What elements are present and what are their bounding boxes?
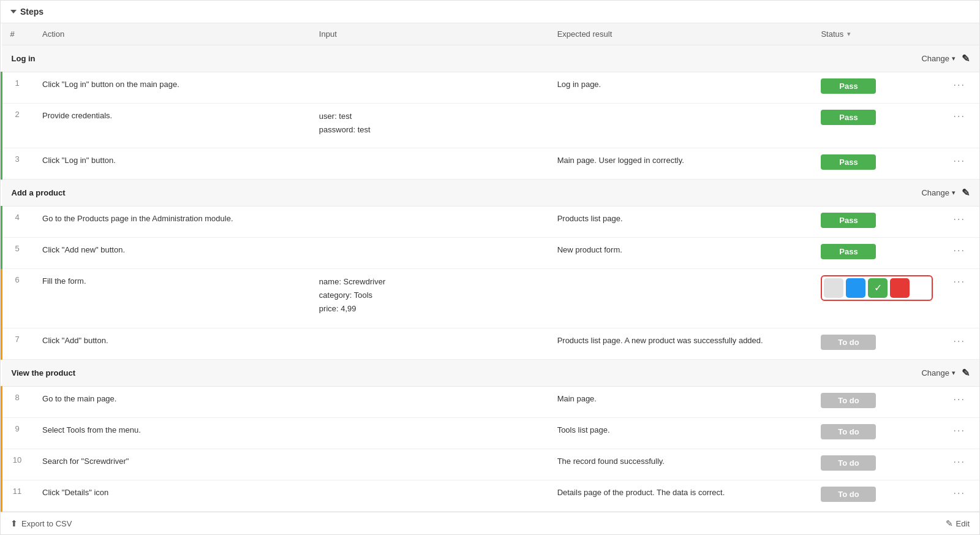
step-status[interactable]: Pass	[812, 72, 941, 104]
status-btn-red[interactable]	[890, 278, 910, 298]
edit-button[interactable]: ✎ Edit	[946, 518, 970, 528]
step-dots-cell: ···	[941, 104, 979, 148]
status-badge-todo[interactable]: To do	[821, 424, 876, 439]
step-more-button[interactable]: ···	[950, 78, 969, 92]
status-badge-todo[interactable]: To do	[821, 335, 876, 350]
table-row: 7 Click "Add" button. Products list page…	[2, 328, 980, 359]
table-row: 8 Go to the main page. Main page. To do …	[2, 386, 980, 417]
pencil-icon: ✎	[946, 518, 953, 528]
step-number: 10	[2, 449, 34, 480]
step-more-button[interactable]: ···	[950, 213, 969, 226]
step-expected: Products list page.	[549, 206, 813, 237]
step-input	[311, 417, 549, 449]
step-number: 4	[2, 206, 34, 237]
step-expected	[549, 268, 813, 328]
step-dots-cell: ···	[941, 386, 979, 417]
status-badge-pass[interactable]: Pass	[821, 110, 876, 125]
step-action: Click "Details" icon	[34, 480, 311, 511]
step-action: Select Tools from the menu.	[34, 417, 311, 449]
step-expected: Tools list page.	[549, 417, 813, 449]
export-icon: ⬆	[10, 518, 18, 528]
step-number: 11	[2, 480, 34, 511]
step-status[interactable]: To do	[812, 386, 941, 417]
status-btn-green[interactable]: ✓	[868, 278, 888, 298]
step-more-button[interactable]: ···	[950, 275, 969, 289]
step-dots-cell: ···	[941, 237, 979, 268]
step-action: Fill the form.	[34, 268, 311, 328]
step-expected: The record found successfully.	[549, 449, 813, 480]
change-button-add_product[interactable]: Change ▾	[921, 188, 956, 197]
step-more-button[interactable]: ···	[950, 455, 969, 469]
group-header-view_product: View the product Change ▾ ✎	[2, 359, 980, 386]
step-input	[311, 480, 549, 511]
edit-pencil-icon-login[interactable]: ✎	[962, 53, 970, 64]
table-row: 10 Search for "Screwdriver" The record f…	[2, 449, 980, 480]
step-more-button[interactable]: ···	[950, 244, 969, 257]
step-status[interactable]: To do	[812, 480, 941, 511]
step-input	[311, 148, 549, 179]
step-expected: Main page. User logged in correctly.	[549, 148, 813, 179]
edit-pencil-icon-add_product[interactable]: ✎	[962, 187, 970, 199]
step-input	[311, 386, 549, 417]
step-more-button[interactable]: ···	[950, 393, 969, 406]
step-more-button[interactable]: ···	[950, 424, 969, 438]
step-status[interactable]: To do	[812, 417, 941, 449]
step-dots-cell: ···	[941, 72, 979, 104]
step-status[interactable]: Pass	[812, 104, 941, 148]
step-status[interactable]: Pass	[812, 206, 941, 237]
col-header-status[interactable]: Status ▾	[812, 23, 941, 45]
table-row: 3 Click "Log in" button. Main page. User…	[2, 148, 980, 179]
status-badge-todo[interactable]: To do	[821, 455, 876, 471]
step-status[interactable]: Pass	[812, 148, 941, 179]
status-badge-pass[interactable]: Pass	[821, 78, 876, 94]
step-number: 6	[2, 268, 34, 328]
step-number: 8	[2, 386, 34, 417]
step-input	[311, 328, 549, 359]
status-badge-todo[interactable]: To do	[821, 393, 876, 408]
step-number: 7	[2, 328, 34, 359]
sort-icon: ▾	[847, 30, 851, 38]
change-button-view_product[interactable]: Change ▾	[921, 368, 956, 378]
steps-header: Steps	[1, 1, 979, 23]
step-more-button[interactable]: ···	[950, 110, 969, 123]
step-more-button[interactable]: ···	[950, 154, 969, 168]
step-status[interactable]: To do	[812, 449, 941, 480]
status-badge-pass[interactable]: Pass	[821, 154, 876, 170]
step-number: 1	[2, 72, 34, 104]
table-header-row: # Action Input Expected result Status ▾	[2, 23, 980, 45]
step-action: Go to the Products page in the Administr…	[34, 206, 311, 237]
step-input: user: testpassword: test	[311, 104, 549, 148]
status-btn-blue[interactable]	[846, 278, 865, 298]
step-input	[311, 449, 549, 480]
status-badge-pass[interactable]: Pass	[821, 244, 876, 259]
edit-pencil-icon-view_product[interactable]: ✎	[962, 367, 970, 379]
change-button-login[interactable]: Change ▾	[921, 54, 956, 63]
step-action: Go to the main page.	[34, 386, 311, 417]
step-number: 3	[2, 148, 34, 179]
step-dots-cell: ···	[941, 417, 979, 449]
step-dots-cell: ···	[941, 206, 979, 237]
step-expected: New product form.	[549, 237, 813, 268]
status-badge-pass[interactable]: Pass	[821, 213, 876, 228]
steps-toggle[interactable]: Steps	[10, 7, 43, 17]
step-more-button[interactable]: ···	[950, 487, 969, 500]
table-row: 5 Click "Add new" button. New product fo…	[2, 237, 980, 268]
step-more-button[interactable]: ···	[950, 335, 969, 348]
status-badge-todo[interactable]: To do	[821, 487, 876, 502]
step-input	[311, 237, 549, 268]
step-dots-cell: ···	[941, 328, 979, 359]
step-action: Click "Log in" button on the main page.	[34, 72, 311, 104]
step-input	[311, 206, 549, 237]
step-dots-cell: ···	[941, 480, 979, 511]
group-header-add_product: Add a product Change ▾ ✎	[2, 179, 980, 206]
step-status[interactable]: Pass	[812, 237, 941, 268]
step-dots-cell: ···	[941, 268, 979, 328]
export-csv-button[interactable]: ⬆ Export to CSV	[10, 518, 72, 528]
table-row: 1 Click "Log in" button on the main page…	[2, 72, 980, 104]
step-status[interactable]: To do	[812, 328, 941, 359]
step-status[interactable]: ✓	[812, 268, 941, 328]
step-action: Search for "Screwdriver"	[34, 449, 311, 480]
status-btn-gray[interactable]	[824, 278, 843, 298]
step-expected	[549, 104, 813, 148]
group-title: Log in	[12, 54, 36, 63]
